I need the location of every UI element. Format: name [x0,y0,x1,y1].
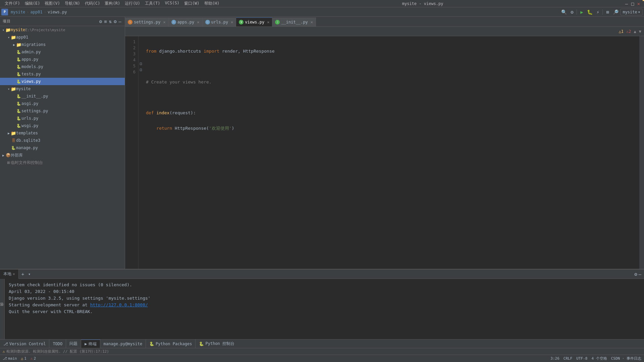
menu-navigate[interactable]: 导航(N) [63,0,82,7]
tab-close-init[interactable]: ✕ [311,20,313,24]
tree-item-mysite[interactable]: ▾ 📁 mysite [0,85,125,93]
tab-apps[interactable]: A apps.py ✕ [169,17,203,26]
tab-views[interactable]: V views.py ✕ [236,17,272,26]
tab-init[interactable]: I __init__.py ✕ [272,17,316,26]
terminal-tools[interactable]: ⚙ — [634,272,644,277]
project-name[interactable]: app01 [31,10,43,14]
warning-badge[interactable]: △1 [619,29,624,34]
status-encoding[interactable]: UTF-8 [576,356,587,361]
maximize-button[interactable]: □ [630,1,635,6]
bottom-tab-manage[interactable]: manage.py@mysite [100,340,146,348]
packages-icon: 🐍 [149,342,154,346]
close-button[interactable]: ✕ [636,1,641,6]
tree-item-admin[interactable]: ▶ 🐍 admin.py [0,48,125,56]
fold-btn-5[interactable]: □ [139,60,143,66]
search-everywhere-button[interactable]: 🔍 [560,9,567,15]
tree-item-external[interactable]: ▶ 📦 外部库 [0,152,125,159]
bottom-tab-console[interactable]: 🐍 Python 控制台 [196,340,238,348]
tree-item-manage[interactable]: ▶ 🐍 manage.py [0,144,125,152]
error-badge[interactable]: ⚠2 [626,29,631,34]
minimize-icon[interactable]: — [118,18,122,25]
scroll-up-icon[interactable]: ▲ [634,29,636,34]
status-git[interactable]: ⎇ main [3,356,17,361]
menu-run[interactable]: 运行(U) [123,0,142,7]
bookmarks-panel[interactable]: 书签 [0,279,5,339]
fold-btn-6[interactable]: □ [139,66,143,72]
menu-view[interactable]: 视图(V) [43,0,62,7]
file-name[interactable]: views.py [48,10,67,14]
menu-code[interactable]: 代码(C) [83,0,102,7]
status-warnings[interactable]: △ 1 [21,356,26,361]
terminal-dropdown-button[interactable]: ▾ [27,272,32,277]
window-controls[interactable]: — □ ✕ [624,1,641,6]
find-button[interactable]: 🔎 [612,9,619,15]
settings-button[interactable]: ⚙ [569,9,575,15]
tree-item-settings[interactable]: ▶ 🐍 settings.py [0,107,125,115]
scroll-down-icon[interactable]: ▼ [639,29,641,34]
tree-item-tests[interactable]: ▶ 🐍 tests.py [0,70,125,78]
editor-scrollbar[interactable] [639,36,644,269]
tree-item-views[interactable]: ▶ 🐍 views.py [0,78,125,85]
sidebar-title: 项目 [3,19,11,24]
tab-settings[interactable]: S settings.py ✕ [125,17,169,26]
tab-close-settings[interactable]: ✕ [163,20,165,24]
run-button[interactable]: ▶ [578,9,585,15]
tab-urls[interactable]: U urls.py ✕ [203,17,236,26]
bottom-tab-todo[interactable]: TODO [49,340,66,348]
menu-edit[interactable]: 编辑(E) [23,0,42,7]
status-position[interactable]: 3:26 [550,356,559,361]
tree-item-wsgi[interactable]: ▶ 🐍 wsgi.py [0,122,125,129]
fold-gutter: □ □ [139,36,143,269]
tree-item-mysite-init[interactable]: ▶ 🐍 __init__.py [0,93,125,100]
tree-item-migrations[interactable]: ▶ 📁 migrations [0,41,125,48]
sync-icon[interactable]: ⚙ [99,18,103,25]
bottom-tab-terminal[interactable]: ▶ 终端 [81,340,100,348]
tree-item-templates[interactable]: ▶ 📁 templates [0,129,125,137]
tab-close-apps[interactable]: ✕ [197,20,199,24]
menu-bar[interactable]: 文件(F) 编辑(E) 视图(V) 导航(N) 代码(C) 重构(R) 运行(U… [3,0,221,7]
status-right-info[interactable]: CSDN · 事件日志 [611,356,641,361]
tab-close-views[interactable]: ✕ [267,20,269,24]
bottom-tab-packages[interactable]: 🐍 Python Packages [146,340,196,348]
menu-tools[interactable]: 工具(T) [143,0,162,7]
sidebar-tools[interactable]: ⚙ ≡ ⇅ ⚙ — [99,18,122,25]
sort-icon[interactable]: ⇅ [108,18,112,25]
bottom-tab-version-control[interactable]: ⎇ Version Control [0,340,49,348]
terminal-settings-icon[interactable]: ⚙ [634,272,637,277]
server-url-link[interactable]: http://127.0.0.1:8000/ [90,302,148,307]
tree-item-asgi[interactable]: ▶ 🐍 asgi.py [0,100,125,107]
tree-item-temp[interactable]: ▶ 🖥 临时文件和控制台 [0,159,125,166]
status-line-ending[interactable]: CRLF [564,356,573,361]
terminal-add-button[interactable]: + [19,272,27,277]
list-icon[interactable]: ≡ [103,18,107,25]
terminal-content[interactable]: System check identified no issues (0 sil… [5,279,644,339]
tree-item-db[interactable]: ▶ 🗄 db.sqlite3 [0,137,125,144]
title-bar: 文件(F) 编辑(E) 视图(V) 导航(N) 代码(C) 重构(R) 运行(U… [0,0,644,7]
menu-refactor[interactable]: 重构(R) [103,0,122,7]
app-name[interactable]: mysite [11,10,25,14]
tab-close-urls[interactable]: ✕ [231,20,233,24]
code-editor[interactable]: from django.shortcuts import render, Htt… [143,36,639,269]
nav-tools[interactable]: 🔍 ⚙ ▶ 🐛 ⚡ ⊞ 🔎 mysite ▾ [560,9,643,15]
terminal-tab-close[interactable]: ✕ [13,272,15,276]
menu-vcs[interactable]: VCS(S) [163,0,181,7]
tree-item-app01[interactable]: ▾ 📁 app01 [0,34,125,41]
menu-window[interactable]: 窗口(W) [182,0,202,7]
settings-gear-icon[interactable]: ⚙ [113,18,117,25]
terminal-minimize-icon[interactable]: — [639,272,641,277]
menu-help[interactable]: 帮助(H) [202,0,222,7]
minimize-button[interactable]: — [624,1,629,6]
status-spaces[interactable]: 4 个空格 [591,356,607,361]
project-selector[interactable]: mysite ▾ [620,9,643,15]
terminal-button[interactable]: ⊞ [604,9,611,15]
coverage-button[interactable]: ⚡ [594,9,601,15]
bottom-tab-problems[interactable]: 问题 [66,340,81,348]
menu-file[interactable]: 文件(F) [3,0,22,7]
terminal-tab-local[interactable]: 本地 ✕ [0,269,19,279]
status-errors[interactable]: ⚠ 2 [31,356,36,361]
tree-item-urls[interactable]: ▶ 🐍 urls.py [0,115,125,122]
debug-button[interactable]: 🐛 [586,9,593,15]
tree-item-models[interactable]: ▶ 🐍 models.py [0,63,125,70]
tree-item-root[interactable]: ▾ 📁 mysite E:\Projects\mysite [0,26,125,34]
tree-item-apps[interactable]: ▶ 🐍 apps.py [0,56,125,63]
